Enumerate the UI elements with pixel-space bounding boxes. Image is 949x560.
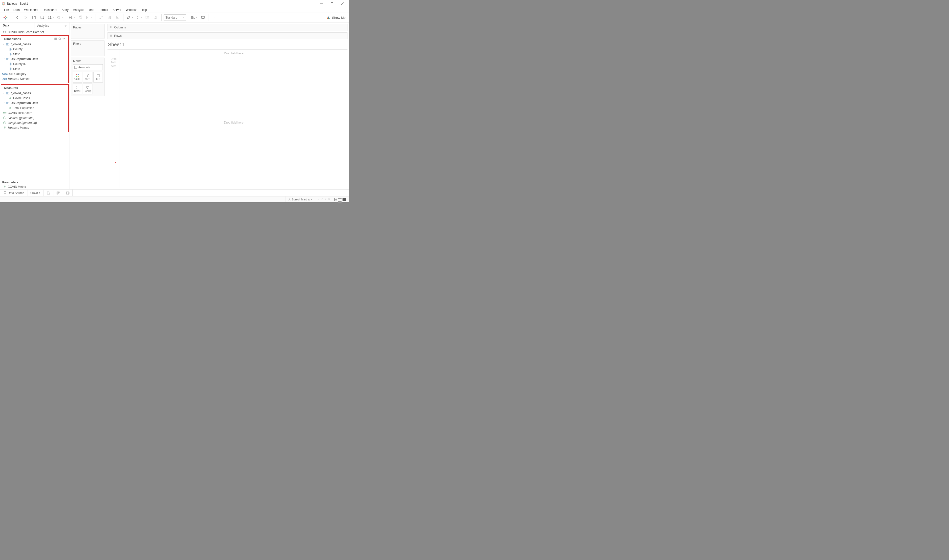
meas-mvals[interactable]: #Measure Values xyxy=(2,125,67,130)
tab-datasource[interactable]: Data Source xyxy=(0,189,28,196)
svg-point-89 xyxy=(76,88,77,88)
meas-lon[interactable]: Longitude (generated) xyxy=(2,120,67,125)
dim-countyid[interactable]: County ID xyxy=(2,62,67,66)
tableau-start-icon[interactable] xyxy=(2,14,9,21)
share-button[interactable] xyxy=(211,14,218,21)
menu-worksheet[interactable]: Worksheet xyxy=(22,8,40,12)
presentation-button[interactable] xyxy=(199,14,207,21)
cards-column: Pages Filters Marks T Automatic Color Si… xyxy=(69,23,106,189)
dim-riskcat[interactable]: =AbcRisk Category xyxy=(2,71,67,76)
dim-county[interactable]: County xyxy=(2,47,67,52)
view-dropzone[interactable]: Drop field here Drop field here Drop fie… xyxy=(108,49,348,188)
menu-help[interactable]: Help xyxy=(139,8,149,12)
marks-card: Marks T Automatic Color Size TText Detai… xyxy=(71,58,105,96)
menu-dashboard[interactable]: Dashboard xyxy=(41,8,59,12)
tab-data[interactable]: Data xyxy=(0,23,35,29)
sort-asc-button[interactable] xyxy=(106,14,113,21)
marks-type-dropdown[interactable]: T Automatic xyxy=(73,64,103,70)
sort-desc-button[interactable] xyxy=(114,14,122,21)
svg-text:T: T xyxy=(98,75,99,77)
dim-table-fcovid[interactable]: f_covid_cases xyxy=(2,42,67,47)
pause-autoupdate-button[interactable] xyxy=(47,14,55,21)
refresh-button[interactable] xyxy=(56,14,64,21)
user-menu[interactable]: Suresh Martha xyxy=(285,197,315,202)
view-filmstrip-button[interactable] xyxy=(338,198,341,201)
pin-button[interactable] xyxy=(152,14,159,21)
main-toolbar: T Standard Show Me xyxy=(0,12,349,23)
dim-state2[interactable]: State xyxy=(2,66,67,71)
show-cards-button[interactable] xyxy=(190,14,198,21)
meas-totalpop[interactable]: #Total Population xyxy=(2,106,67,111)
columns-shelf[interactable]: Columns xyxy=(108,24,348,31)
chevron-down-icon xyxy=(3,91,5,95)
menu-data[interactable]: Data xyxy=(11,8,22,12)
fit-dropdown[interactable]: Standard xyxy=(164,14,186,21)
nav-next-icon[interactable] xyxy=(324,198,327,201)
sheet-title[interactable]: Sheet 1 xyxy=(106,41,348,49)
sheet-tabs-bar: Data Source Sheet 1 xyxy=(0,189,349,196)
number-icon: # xyxy=(8,96,12,100)
rows-shelf[interactable]: Rows xyxy=(108,32,348,39)
drop-main-label: Drop field here xyxy=(120,57,348,188)
undo-button[interactable] xyxy=(13,14,21,21)
minimize-button[interactable] xyxy=(316,0,327,7)
filters-card[interactable]: Filters xyxy=(71,40,105,56)
group-button[interactable] xyxy=(135,14,143,21)
clear-button[interactable] xyxy=(85,14,93,21)
dim-measurenames[interactable]: AbcMeasure Names xyxy=(2,76,67,81)
menu-analysis[interactable]: Analysis xyxy=(71,8,86,12)
menu-file[interactable]: File xyxy=(2,8,11,12)
meas-table-uspop[interactable]: US Population Data xyxy=(2,101,67,106)
duplicate-button[interactable] xyxy=(77,14,84,21)
pin-icon[interactable]: ⊙ xyxy=(65,24,66,27)
redo-button[interactable] xyxy=(22,14,29,21)
datasource-item[interactable]: COVID Risk Score Data set xyxy=(0,29,69,35)
marks-detail-button[interactable]: Detail xyxy=(73,83,82,94)
menu-map[interactable]: Map xyxy=(86,8,96,12)
search-icon[interactable] xyxy=(58,37,61,41)
menu-window[interactable]: Window xyxy=(124,8,138,12)
menu-caret-icon[interactable] xyxy=(62,37,65,41)
nav-prev-icon[interactable] xyxy=(321,198,323,201)
nav-last-icon[interactable] xyxy=(328,198,330,201)
marks-tooltip-button[interactable]: Tooltip xyxy=(83,83,92,94)
new-worksheet-button[interactable] xyxy=(68,14,76,21)
meas-table-fcovid[interactable]: f_covid_cases xyxy=(2,91,67,95)
meas-riskscore[interactable]: =#COVID Risk Score xyxy=(2,111,67,115)
svg-rect-31 xyxy=(80,16,82,18)
menu-format[interactable]: Format xyxy=(97,8,110,12)
tab-sheet1[interactable]: Sheet 1 xyxy=(28,189,44,196)
meas-lat[interactable]: Latitude (generated) xyxy=(2,115,67,120)
tableau-logo-icon xyxy=(2,2,5,5)
nav-first-icon[interactable] xyxy=(317,198,320,201)
meas-covidcases[interactable]: #Covid Cases xyxy=(2,95,67,101)
dim-table-uspop[interactable]: US Population Data xyxy=(2,57,67,62)
marks-size-button[interactable]: Size xyxy=(83,72,92,83)
new-story-tab[interactable] xyxy=(63,189,73,196)
status-bar: Suresh Martha xyxy=(0,196,349,202)
highlight-button[interactable] xyxy=(126,14,134,21)
view-sheet-button[interactable] xyxy=(343,198,346,201)
svg-rect-103 xyxy=(57,193,58,194)
new-dashboard-tab[interactable] xyxy=(53,189,63,196)
new-datasource-button[interactable] xyxy=(38,14,46,21)
label-button[interactable]: T xyxy=(144,14,151,21)
view-icon[interactable] xyxy=(54,37,57,41)
tab-analytics[interactable]: Analytics⊙ xyxy=(35,23,69,29)
marks-text-button[interactable]: TText xyxy=(94,72,103,83)
svg-point-87 xyxy=(76,86,77,87)
dim-state[interactable]: State xyxy=(2,52,67,57)
view-thumbnails-button[interactable] xyxy=(334,198,337,201)
save-button[interactable] xyxy=(30,14,38,21)
pages-card[interactable]: Pages xyxy=(71,24,105,39)
param-covidmetric[interactable]: #COVID Metric xyxy=(0,185,69,189)
menu-server[interactable]: Server xyxy=(111,8,123,12)
menu-story[interactable]: Story xyxy=(60,8,71,12)
maximize-button[interactable] xyxy=(327,0,337,7)
swap-button[interactable] xyxy=(97,14,105,21)
svg-rect-75 xyxy=(6,92,9,94)
show-me-button[interactable]: Show Me xyxy=(325,15,348,20)
marks-color-button[interactable]: Color xyxy=(73,72,82,83)
close-button[interactable] xyxy=(337,0,348,7)
new-worksheet-tab[interactable] xyxy=(44,189,53,196)
